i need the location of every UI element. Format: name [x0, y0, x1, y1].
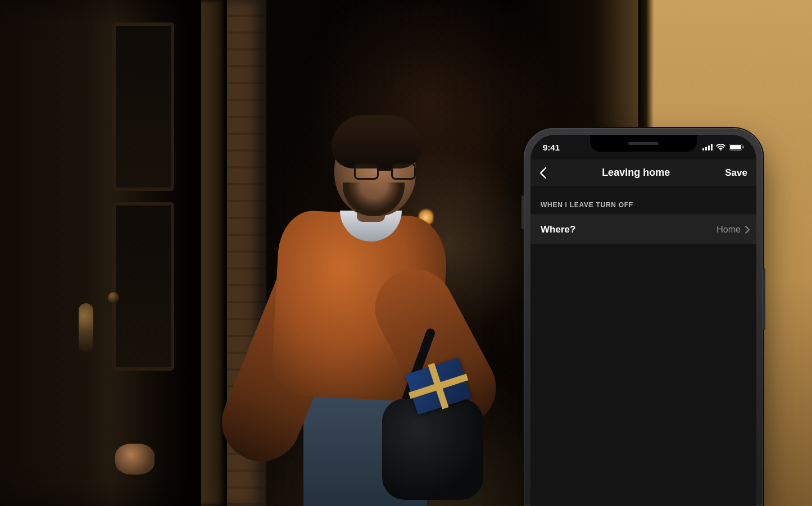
navbar-title: Leaving home: [602, 167, 670, 179]
svg-rect-2: [708, 145, 710, 151]
person-leaving: [242, 84, 483, 506]
section-header-when-leave: WHEN I LEAVE TURN OFF: [530, 186, 756, 215]
person-hair: [332, 115, 421, 168]
phone-screen: 9:41 Leaving home Save: [530, 135, 756, 506]
svg-rect-0: [702, 148, 704, 151]
svg-rect-1: [705, 147, 707, 151]
door-panel: [112, 22, 174, 191]
where-label: Where?: [541, 224, 575, 235]
navbar: Leaving home Save: [530, 159, 756, 186]
battery-icon: [729, 144, 744, 151]
screen-content: WHEN I LEAVE TURN OFF Where? Home: [530, 186, 756, 506]
person-glasses: [354, 163, 416, 181]
save-button[interactable]: Save: [725, 167, 747, 179]
svg-rect-3: [711, 144, 713, 151]
cellular-signal-icon: [702, 144, 713, 151]
phone-volume-button: [521, 195, 524, 229]
wifi-icon: [716, 144, 725, 151]
shoulder-bag: [382, 399, 483, 500]
phone-side-button: [763, 268, 765, 330]
phone-device-frame: 9:41 Leaving home Save: [524, 128, 763, 506]
person-hand-left: [115, 444, 155, 475]
back-button[interactable]: [539, 167, 547, 179]
where-value: Home: [716, 225, 741, 235]
where-row[interactable]: Where? Home: [530, 215, 756, 245]
door-lock: [108, 292, 119, 303]
chevron-right-icon: [745, 226, 750, 234]
chevron-left-icon: [539, 167, 547, 179]
status-time: 9:41: [543, 143, 560, 152]
svg-point-4: [720, 149, 721, 151]
svg-rect-7: [743, 146, 744, 149]
door-handle: [79, 303, 93, 353]
door-panel: [112, 202, 174, 371]
svg-rect-6: [730, 145, 741, 149]
front-door: [0, 0, 202, 506]
phone-speaker: [628, 142, 659, 145]
phone-notch: [590, 135, 697, 152]
